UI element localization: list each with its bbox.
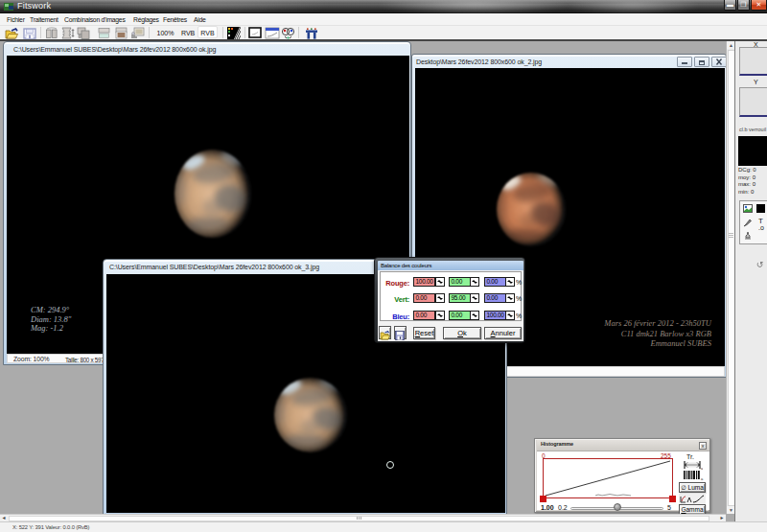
- svg-text:a: a: [701, 466, 703, 470]
- svg-text:a: a: [701, 476, 704, 480]
